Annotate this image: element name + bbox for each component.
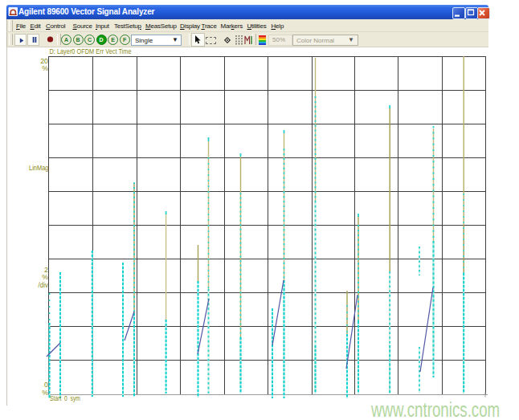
svg-text:Start 0 sym: Start 0 sym <box>50 394 80 402</box>
svg-text:%: % <box>42 389 48 397</box>
svg-text:/div: /div <box>39 281 49 289</box>
svg-text:LinMag: LinMag <box>29 164 49 172</box>
svg-text:%: % <box>42 273 48 281</box>
svg-text:D: Layer0 OFDM Err Vect Time: D: Layer0 OFDM Err Vect Time <box>50 47 132 55</box>
svg-text:0: 0 <box>44 381 48 389</box>
svg-text:%: % <box>42 64 48 72</box>
